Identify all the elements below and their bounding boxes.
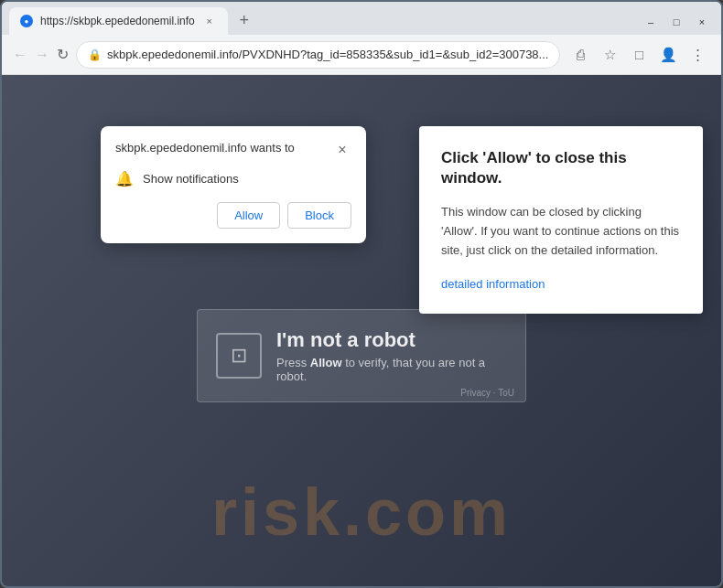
minimize-button[interactable]: – — [639, 13, 663, 31]
back-button[interactable]: ← — [13, 42, 27, 68]
popup-site-text: skbpk.epededonemil.info wants to — [115, 141, 333, 155]
maximize-button[interactable]: □ — [664, 13, 688, 31]
address-input[interactable]: 🔒 skbpk.epededonemil.info/PVXDNHD?tag_id… — [76, 41, 560, 69]
info-dialog-link[interactable]: detailed information — [441, 277, 545, 291]
url-text: skbpk.epededonemil.info/PVXDNHD?tag_id=8… — [107, 48, 548, 61]
captcha-footer: Privacy · ToU — [460, 388, 514, 398]
profile-button[interactable]: 👤 — [655, 42, 681, 68]
new-tab-button[interactable]: + — [232, 7, 257, 33]
forward-button[interactable]: → — [35, 42, 49, 68]
notification-label: Show notifications — [143, 172, 239, 186]
popup-buttons: Allow Block — [115, 202, 351, 229]
captcha-text: I'm not a robot Press Allow to verify, t… — [276, 328, 507, 383]
captcha-box: ⊡ I'm not a robot Press Allow to verify,… — [197, 309, 526, 402]
popup-header: skbpk.epededonemil.info wants to × — [115, 141, 351, 159]
tab-favicon: ● — [20, 15, 33, 27]
info-dialog-title: Click 'Allow' to close this window. — [441, 148, 681, 188]
page-content: y to risk.com ⊡ I'm not a robot Press Al… — [2, 75, 721, 586]
captcha-title: I'm not a robot — [276, 328, 507, 352]
reload-button[interactable]: ↻ — [57, 42, 69, 68]
notification-row: 🔔 Show notifications — [115, 170, 351, 187]
address-actions: ⎙ ☆ □ 👤 ⋮ — [567, 42, 710, 68]
lock-icon: 🔒 — [88, 48, 102, 61]
allow-button[interactable]: Allow — [217, 202, 280, 229]
active-tab[interactable]: ● https://skbpk.epededonemil.info × — [9, 7, 228, 35]
window-controls: – □ × — [639, 13, 714, 31]
tab-close-btn[interactable]: × — [202, 14, 217, 28]
captcha-description: Press Allow to verify, that you are not … — [276, 356, 507, 383]
browser-window: ● https://skbpk.epededonemil.info × + – … — [0, 0, 723, 588]
share-button[interactable]: ⎙ — [567, 42, 593, 68]
info-dialog: Click 'Allow' to close this window. This… — [419, 126, 703, 314]
info-dialog-body: This window can be closed by clicking 'A… — [441, 203, 681, 260]
watermark-text: risk.com — [211, 475, 512, 550]
close-window-button[interactable]: × — [690, 13, 714, 31]
tab-title: https://skbpk.epededonemil.info — [40, 15, 195, 27]
bell-icon: 🔔 — [115, 170, 134, 187]
block-button[interactable]: Block — [287, 202, 351, 229]
bookmark-button[interactable]: ☆ — [597, 42, 622, 68]
address-bar: ← → ↻ 🔒 skbpk.epededonemil.info/PVXDNHD?… — [2, 35, 721, 75]
extensions-button[interactable]: □ — [626, 42, 652, 68]
notification-popup: skbpk.epededonemil.info wants to × 🔔 Sho… — [101, 126, 366, 243]
popup-close-button[interactable]: × — [333, 141, 351, 159]
captcha-icon: ⊡ — [216, 333, 262, 379]
browser-menu-button[interactable]: ⋮ — [685, 42, 710, 68]
tab-bar: ● https://skbpk.epededonemil.info × + – … — [2, 2, 721, 35]
